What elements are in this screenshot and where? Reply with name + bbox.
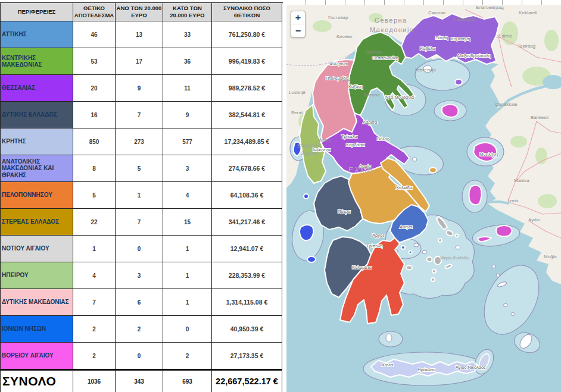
above-20k-cell: 17: [116, 48, 163, 75]
map-island-mykonos[interactable]: [456, 234, 459, 237]
below-20k-cell: 33: [163, 21, 212, 48]
positive-count-cell: 22: [73, 209, 116, 236]
header-below: ΚΑΤΩ ΤΩΝ 20.000 ΕΥΡΩ: [163, 3, 212, 21]
header-positive: ΘΕΤΙΚΟ ΑΠΟΤΕΛΕΣΜΑ: [73, 3, 116, 21]
map-label: Λαμία: [359, 164, 371, 169]
map-island-milos[interactable]: [406, 266, 412, 270]
map-island-lefkada[interactable]: [304, 194, 308, 199]
region-name-cell: ΠΕΛΟΠΟΝΝΗΣΟΥ: [1, 182, 73, 209]
table-total-row: ΣΥΝΟΛΟ 1036 343 693 22,667,522.17 €: [1, 369, 283, 392]
map-label: Битола: [364, 92, 380, 98]
region-name-cell: ΔΥΤΙΚΗΣ ΜΑΚΕΔΟΝΙΑΣ: [1, 289, 73, 316]
map-island-aigina[interactable]: [409, 251, 412, 254]
amount-cell: 1,314,115.08 €: [212, 289, 282, 316]
below-20k-cell: 3: [163, 155, 212, 182]
map-label: Καλαμάτα: [352, 265, 372, 270]
zoom-out-button[interactable]: −: [291, 24, 305, 37]
positive-count-cell: 2: [73, 316, 116, 343]
map-label: Κομοτηνή: [451, 36, 470, 42]
map-label: Ξάνθη: [435, 35, 448, 40]
table-row: ΙΟΝΙΩΝ ΝΗΣΩΝ22040,950.39 €: [1, 316, 283, 343]
below-20k-cell: 1: [163, 289, 212, 316]
table-row: ΘΕΣΣΑΛΙΑΣ20911989,278.52 €: [1, 75, 283, 102]
map-label: Νέα Μουδανιά: [385, 95, 414, 100]
above-20k-cell: 6: [116, 289, 163, 316]
table-row: ΑΤΤΙΚΗΣ461333761,250.80 €: [1, 21, 283, 48]
region-name-cell: ΘΕΣΣΑΛΙΑΣ: [1, 75, 73, 102]
amount-cell: 996,419.83 €: [212, 48, 282, 75]
below-20k-cell: 0: [163, 316, 212, 343]
map-island-chios[interactable]: [469, 185, 481, 205]
map-label: Смолян: [428, 10, 445, 15]
table-row: ΝΟΤΙΟΥ ΑΙΓΑΙΟΥ10112,941.07 €: [1, 236, 283, 262]
region-name-cell: ΔΥΤΙΚΗΣ ΕΛΛΑΔΟΣ: [1, 102, 73, 128]
map-label: Manisa: [514, 178, 529, 183]
total-above: 343: [116, 369, 163, 392]
map-label: Καβάλα: [420, 46, 436, 51]
table-row: ΔΥΤΙΚΗΣ ΕΛΛΑΔΟΣ1679382,544.81 €: [1, 102, 283, 128]
positive-count-cell: 16: [73, 102, 116, 128]
map-label: Гевгелија: [415, 67, 436, 73]
map-island-syros[interactable]: [438, 239, 442, 242]
region-name-cell: ΚΡΗΤΗΣ: [1, 128, 73, 155]
map-canvas[interactable]: ГостиварКичевоСевернаМакедонијаПрилепСтр…: [286, 5, 561, 392]
positive-count-cell: 7: [73, 289, 116, 316]
map-label: Çanakkale: [495, 102, 518, 107]
map-island-skyros[interactable]: [429, 168, 437, 173]
map-label: Αθήνα: [400, 224, 413, 230]
below-20k-cell: 577: [163, 128, 212, 155]
map-label: Πτολεμαΐδα: [326, 76, 349, 81]
below-20k-cell: 9: [163, 102, 212, 128]
map-label: Τρίκαλα: [341, 134, 357, 139]
table-row: ΣΤΕΡΕΑΣ ΕΛΛΑΔΟΣ22715341,217.46 €: [1, 209, 283, 236]
map-label: Кърджали: [453, 17, 476, 22]
table-row: ΑΝΑΤΟΛΙΚΗΣ ΜΑΚΕΔΟΝΙΑΣ ΚΑΙ ΘΡΑΚΗΣ853274,6…: [1, 155, 283, 182]
map-island-santorini[interactable]: [431, 278, 435, 281]
zoom-in-button[interactable]: +: [291, 11, 305, 24]
positive-count-cell: 20: [73, 75, 116, 102]
map-label: Ιωάννινα: [313, 147, 331, 152]
map-label: Άργος: [372, 233, 385, 238]
amount-cell: 12,941.07 €: [212, 236, 282, 262]
region-name-cell: ΑΝΑΤΟΛΙΚΗΣ ΜΑΚΕΔΟΝΙΑΣ ΚΑΙ ΘΡΑΚΗΣ: [1, 155, 73, 182]
map-island-kefalonia[interactable]: [300, 225, 313, 240]
map-label: Tekirdağ: [518, 43, 535, 49]
map-label: Berat: [291, 110, 303, 115]
map-label: Ηράκλειο: [417, 367, 436, 372]
above-20k-cell: 273: [116, 128, 163, 155]
amount-cell: 17,234,489.85 €: [212, 128, 282, 155]
amount-cell: 341,217.46 €: [212, 209, 282, 236]
map-label: İzmir: [508, 198, 519, 203]
map-island-ios[interactable]: [432, 269, 436, 273]
total-positive: 1036: [73, 369, 116, 392]
map-island-salamina[interactable]: [401, 246, 405, 249]
map-island-zakynthos[interactable]: [307, 256, 316, 262]
header-total: ΣΥΝΟΛΙΚΟ ΠΟΣΟ ΘΕΤΙΚΩΝ: [212, 3, 282, 21]
positive-count-cell: 8: [73, 155, 116, 182]
header-above: ΑΝΩ ΤΩΝ 20.000 ΕΥΡΩ: [116, 3, 163, 21]
region-name-cell: ΣΤΕΡΕΑΣ ΕΛΛΑΔΟΣ: [1, 209, 73, 236]
map-island-samothraki[interactable]: [455, 79, 462, 85]
map-label: Korçë: [319, 137, 331, 143]
total-label: ΣΥΝΟΛΟ: [1, 369, 73, 392]
map-island-samos[interactable]: [496, 225, 512, 237]
map-label: Θεσσαλονίκη: [372, 55, 398, 61]
below-20k-cell: 36: [163, 48, 212, 75]
above-20k-cell: 2: [116, 316, 163, 343]
positive-count-cell: 850: [73, 128, 116, 155]
amount-cell: 228,353.99 €: [212, 262, 282, 289]
regions-table: ΠΕΡΙΦΕΡΕΙΕΣ ΘΕΤΙΚΟ ΑΠΟΤΕΛΕΣΜΑ ΑΝΩ ΤΩΝ 20…: [0, 2, 283, 392]
map-island-limnos[interactable]: [442, 104, 459, 117]
map-island-paros[interactable]: [427, 257, 432, 262]
below-20k-cell: 15: [163, 209, 212, 236]
table-row: ΔΥΤΙΚΗΣ ΜΑΚΕΔΟΝΙΑΣ7611,314,115.08 €: [1, 289, 283, 316]
map-label: Βόλος: [377, 136, 389, 142]
below-20k-cell: 11: [163, 75, 212, 102]
below-20k-cell: 1: [163, 262, 212, 289]
map-label: Прилеп: [365, 49, 382, 55]
positive-count-cell: 4: [73, 262, 116, 289]
map-label: Кичево: [336, 34, 353, 39]
map-label: Καρδίτσα: [346, 142, 365, 148]
map-label: Lushnjë: [289, 90, 306, 95]
above-20k-cell: 5: [116, 155, 163, 182]
